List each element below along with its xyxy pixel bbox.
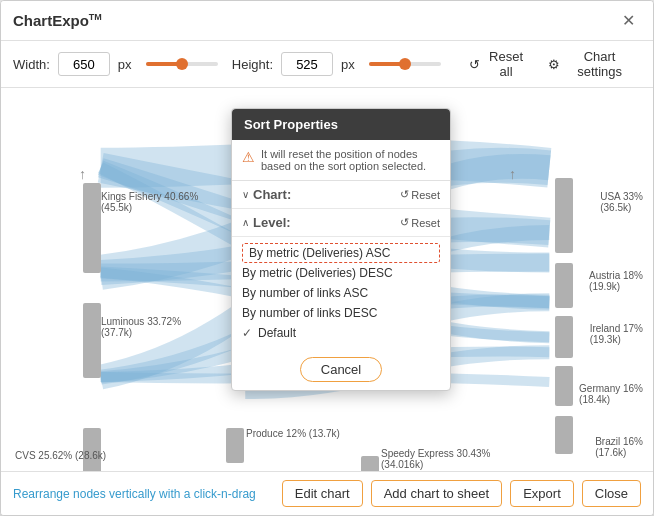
sort-option-3[interactable]: By number of links DESC [242, 303, 440, 323]
action-buttons: Edit chart Add chart to sheet Export Clo… [282, 480, 641, 507]
label-germany: Germany 16% (18.4k) [579, 383, 643, 405]
label-luminous: Luminous 33.72% (37.7k) [101, 316, 181, 338]
close-button[interactable]: Close [582, 480, 641, 507]
chart-settings-button[interactable]: ⚙ Chart settings [542, 47, 641, 81]
sort-chart-section: ∨ Chart: ↺ Reset [232, 181, 450, 209]
warning-icon: ⚠ [242, 149, 255, 165]
height-unit: px [341, 57, 355, 72]
width-unit: px [118, 57, 132, 72]
settings-icon: ⚙ [548, 57, 560, 72]
chart-area: .flow { fill: none; stroke: #7ab0d4; str… [1, 88, 653, 471]
reset-chart-icon: ↺ [400, 188, 409, 201]
arrow-up-right1: ↑ [509, 166, 516, 182]
reset-icon: ↺ [469, 57, 480, 72]
chevron-down-icon: ∨ [242, 189, 249, 200]
app-window: ChartExpoTM ✕ Width: px Height: px ↺ Res… [0, 0, 654, 516]
sort-option-1[interactable]: By metric (Deliveries) DESC [242, 263, 440, 283]
node-bar-produce [226, 428, 244, 463]
cancel-button[interactable]: Cancel [300, 357, 382, 382]
height-label: Height: [232, 57, 273, 72]
reset-all-button[interactable]: ↺ Reset all [463, 47, 534, 81]
width-input[interactable] [58, 52, 110, 76]
sort-options-list: By metric (Deliveries) ASC By metric (De… [232, 237, 450, 349]
drag-hint: Rearrange nodes vertically with a click-… [13, 487, 256, 501]
label-produce: Produce 12% (13.7k) [246, 428, 340, 439]
height-slider[interactable] [369, 62, 441, 66]
arrow-up-left1: ↑ [79, 166, 86, 182]
checkmark-icon: ✓ [242, 326, 252, 340]
node-bar-brazil [555, 416, 573, 454]
app-title: ChartExpoTM [13, 12, 102, 29]
label-usa: USA 33% (36.5k) [600, 191, 643, 213]
sort-option-0[interactable]: By metric (Deliveries) ASC [242, 243, 440, 263]
width-label: Width: [13, 57, 50, 72]
label-speedy: Speedy Express 30.43% (34.016k) [381, 448, 491, 470]
width-slider[interactable] [146, 62, 218, 66]
sort-warning: ⚠ It will reset the position of nodes ba… [232, 140, 450, 181]
sort-footer: Cancel [232, 349, 450, 390]
edit-chart-button[interactable]: Edit chart [282, 480, 363, 507]
node-bar-speedy [361, 456, 379, 471]
sort-level-section: ∧ Level: ↺ Reset [232, 209, 450, 237]
chart-section-label: Chart: [253, 187, 291, 202]
node-bar-ireland [555, 316, 573, 358]
close-window-button[interactable]: ✕ [616, 9, 641, 32]
node-bar-germany [555, 366, 573, 406]
chevron-up-icon: ∧ [242, 217, 249, 228]
node-bar-austria [555, 263, 573, 308]
node-bar-luminous [83, 303, 101, 378]
sort-dialog-title: Sort Properties [232, 109, 450, 140]
sort-option-2[interactable]: By number of links ASC [242, 283, 440, 303]
height-input[interactable] [281, 52, 333, 76]
label-ireland: Ireland 17% (19.3k) [590, 323, 643, 345]
label-cvs: CVS 25.62% (28.6k) [15, 450, 106, 461]
chart-reset-button[interactable]: ↺ Reset [400, 188, 440, 201]
sort-dialog: Sort Properties ⚠ It will reset the posi… [231, 108, 451, 391]
node-bar-kings [83, 183, 101, 273]
reset-level-icon: ↺ [400, 216, 409, 229]
bottom-bar: Rearrange nodes vertically with a click-… [1, 471, 653, 515]
label-austria: Austria 18% (19.9k) [589, 270, 643, 292]
export-button[interactable]: Export [510, 480, 574, 507]
add-chart-button[interactable]: Add chart to sheet [371, 480, 503, 507]
title-bar: ChartExpoTM ✕ [1, 1, 653, 41]
sort-option-4[interactable]: ✓ Default [242, 323, 440, 343]
label-brazil: Brazil 16% (17.6k) [595, 436, 643, 458]
level-section-label: Level: [253, 215, 291, 230]
level-reset-button[interactable]: ↺ Reset [400, 216, 440, 229]
label-kings: Kings Fishery 40.66% (45.5k) [101, 191, 198, 213]
node-bar-usa [555, 178, 573, 253]
toolbar: Width: px Height: px ↺ Reset all ⚙ Chart… [1, 41, 653, 88]
